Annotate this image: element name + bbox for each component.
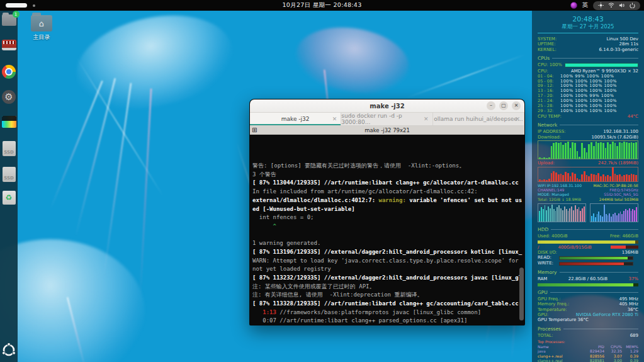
terminal-group-bar[interactable]: ⊞ make -j32 79x21 bbox=[250, 126, 524, 135]
graph-bar bbox=[539, 179, 541, 181]
gpu-name-row: GPU:NVIDIA GeForce RTX 2080 Ti bbox=[538, 312, 638, 317]
graph-bar bbox=[621, 176, 623, 181]
clock[interactable]: 10月27日 星期一 20:48:43 bbox=[0, 1, 644, 9]
dock-item-chrome[interactable] bbox=[1, 65, 16, 79]
graph-bar bbox=[575, 205, 576, 222]
dock-item-video-app[interactable] bbox=[1, 40, 16, 50]
terminal-scrollbar[interactable] bbox=[519, 268, 524, 320]
window-title: make -j32 bbox=[250, 103, 524, 110]
graph-bar bbox=[588, 176, 590, 181]
graph-bar bbox=[577, 178, 579, 181]
terminal-line: external/dlmalloc/dlmalloc.c:4012:7: war… bbox=[252, 196, 524, 205]
tab-close-icon[interactable]: ✕ bbox=[424, 116, 429, 122]
terminal-line: 注: 有关详细信息, 请使用 -Xlint:deprecation 重新编译。 bbox=[252, 291, 524, 300]
terminal-line: 警告: [options] 要隐藏有关已过时选项的警告，请使用 -Xlint:-… bbox=[252, 162, 524, 171]
gpu-mem-freq-row: Memory Freq.:405 MHz bbox=[538, 302, 638, 307]
terminal-text: //frameworks/base:platformprotos javac [… bbox=[276, 309, 481, 315]
home-folder-icon: ⌂ bbox=[31, 15, 52, 31]
graph-bar bbox=[590, 174, 592, 181]
tab-make-j32[interactable]: make -j32 ✕ bbox=[250, 113, 341, 125]
terminal-body[interactable]: 警告: [options] 要隐藏有关已过时选项的警告，请使用 -Xlint:-… bbox=[250, 135, 524, 325]
input-language-indicator[interactable]: 英 bbox=[582, 1, 589, 9]
graph-bar bbox=[546, 210, 547, 222]
graph-bar bbox=[619, 174, 621, 181]
terminal-text: In file included from art/runtime/gc/all… bbox=[252, 188, 478, 195]
memory-bar bbox=[538, 283, 638, 286]
desktop-icon-home[interactable]: ⌂ 主目录 bbox=[28, 15, 55, 42]
dock-item-ssd-drive-2[interactable]: SSD bbox=[1, 167, 16, 182]
graph-bar bbox=[623, 211, 624, 222]
tab-close-icon[interactable]: ✕ bbox=[515, 116, 520, 122]
terminal-line: 1 warning generated. bbox=[252, 239, 524, 248]
close-button[interactable]: ✕ bbox=[512, 101, 521, 110]
graph-bar bbox=[616, 215, 618, 222]
graph-bar bbox=[573, 210, 574, 222]
graph-bar bbox=[621, 214, 623, 222]
cpu-usage-bar-row: CPU: 100% bbox=[538, 62, 638, 67]
system-row: SYSTEM:Linux 500 Dev bbox=[538, 37, 638, 42]
graph-bar bbox=[541, 180, 543, 181]
graph-bar bbox=[567, 173, 569, 181]
total-processes-row: TOTAL:689 bbox=[538, 333, 638, 338]
graph-bar bbox=[577, 209, 578, 222]
wifi-row-2: CHANNEL:149FREQ:5745GHz bbox=[538, 188, 638, 192]
tab-ollama-run[interactable]: ollama run huihui_ai/deepsee... ✕ bbox=[433, 113, 524, 125]
graph-bar bbox=[623, 175, 625, 181]
top-processes-label: Top Processes: bbox=[538, 339, 638, 344]
ssd-drive-icon: SSD bbox=[3, 167, 16, 182]
gpu-freq-row: GPU Freq.:495 MHz bbox=[538, 297, 638, 302]
graph-bar bbox=[621, 143, 623, 159]
graph-bar bbox=[579, 157, 580, 159]
terminal-window: make -j32 – ▢ ✕ make -j32 ✕ sudo docker … bbox=[249, 99, 525, 325]
tab-label: sudo docker run -d -p 3000:80... bbox=[341, 113, 432, 125]
memory-section-header: Memory bbox=[538, 269, 638, 275]
terminal-text: ed [-Wunused-but-set-variable] bbox=[252, 206, 355, 212]
graph-bar bbox=[584, 171, 585, 181]
graph-bar bbox=[631, 174, 633, 181]
graph-bar bbox=[568, 211, 569, 222]
graph-bar bbox=[627, 210, 628, 222]
app-indicator-icon[interactable] bbox=[570, 2, 577, 9]
graph-bar bbox=[584, 148, 585, 159]
tab-docker-run[interactable]: sudo docker run -d -p 3000:80... ✕ bbox=[341, 113, 432, 125]
graph-bar bbox=[614, 213, 616, 222]
terminal-text: external/dlmalloc/dlmalloc.c:4012:7: bbox=[252, 197, 378, 203]
graph-bar bbox=[556, 207, 558, 222]
disk-io-row: DISK I/O:136MiB bbox=[538, 250, 638, 255]
cpu-usage-bar bbox=[565, 63, 638, 67]
graph-bar bbox=[618, 213, 619, 222]
dock-item-files[interactable]: 1 bbox=[1, 14, 16, 26]
graph-bar bbox=[543, 157, 545, 159]
ssd-drive-icon: SSD bbox=[3, 141, 16, 156]
terminal-text: [ 87% 113328/129335] //art/runtime:libar… bbox=[252, 300, 519, 307]
graph-bar bbox=[636, 207, 637, 222]
terminal-titlebar[interactable]: make -j32 – ▢ ✕ bbox=[250, 99, 524, 113]
wifi-upload-graph bbox=[590, 203, 638, 222]
dock-item-show-apps[interactable] bbox=[1, 342, 16, 358]
graph-bar bbox=[572, 173, 573, 181]
dock-item-settings[interactable]: ⚙ bbox=[1, 90, 16, 104]
terminal-text: 1 warning generated. bbox=[252, 240, 320, 246]
dock-item-trash[interactable]: ♻ bbox=[1, 191, 16, 205]
terminal-text: [ 87% 113196/129335] //external/dagger2:… bbox=[252, 249, 522, 255]
graph-bar bbox=[579, 207, 580, 222]
tab-close-icon[interactable]: ✕ bbox=[332, 116, 337, 122]
uptime-row: UPTIME:28m 11s bbox=[538, 42, 638, 47]
cpu-temp-row: CPU TEMP:44°C bbox=[538, 114, 638, 119]
graph-bar bbox=[626, 174, 628, 181]
graph-bar bbox=[558, 143, 560, 159]
files-badge: 1 bbox=[13, 11, 20, 18]
system-monitor-icon bbox=[2, 116, 16, 128]
graph-bar bbox=[602, 174, 604, 181]
graph-bar bbox=[597, 143, 599, 159]
graph-bar bbox=[577, 151, 579, 159]
graph-bar bbox=[612, 167, 614, 181]
maximize-button[interactable]: ▢ bbox=[499, 101, 508, 110]
graph-bar bbox=[596, 142, 597, 159]
minimize-button[interactable]: – bbox=[487, 101, 495, 110]
dock-item-ssd-drive-1[interactable]: SSD bbox=[1, 141, 16, 156]
dock-item-system-monitor[interactable] bbox=[1, 116, 16, 128]
terminal-line: ^ bbox=[252, 222, 524, 231]
graph-bar bbox=[555, 173, 557, 181]
system-tray[interactable] bbox=[593, 1, 640, 10]
